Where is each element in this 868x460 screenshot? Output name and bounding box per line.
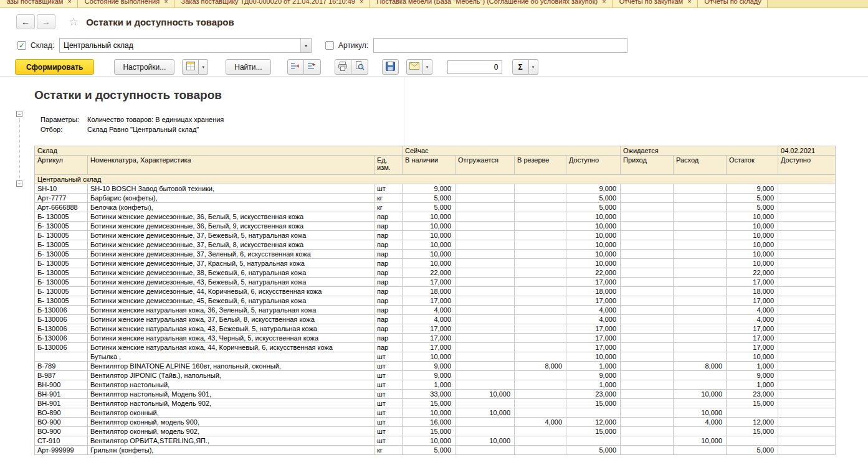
cell-value[interactable] bbox=[621, 240, 674, 250]
cell-nomenclature[interactable]: Барбарис (конфеты), bbox=[88, 194, 374, 203]
cell-value[interactable]: 1,000 bbox=[727, 380, 778, 390]
cell-value[interactable]: 5,000 bbox=[403, 446, 455, 455]
column-header[interactable]: Артикул bbox=[35, 156, 88, 175]
table-row[interactable]: Б-130006Ботинки женские натуральная кожа… bbox=[35, 315, 836, 324]
cell-artikul[interactable] bbox=[35, 352, 88, 362]
cell-value[interactable]: 5,000 bbox=[403, 203, 455, 212]
cell-value[interactable] bbox=[455, 334, 515, 343]
cell-value[interactable] bbox=[778, 203, 836, 212]
cell-value[interactable] bbox=[674, 427, 727, 436]
cell-value[interactable] bbox=[674, 278, 727, 287]
cell-value[interactable]: 16,000 bbox=[403, 418, 455, 427]
cell-value[interactable]: 4,000 bbox=[403, 306, 455, 315]
cell-value[interactable] bbox=[621, 203, 674, 212]
cell-value[interactable]: 4,000 bbox=[727, 306, 778, 315]
cell-value[interactable]: 8,000 bbox=[515, 362, 566, 371]
cell-nomenclature[interactable]: Ботинки женские демисезонные, 37, Красны… bbox=[88, 259, 374, 268]
cell-value[interactable] bbox=[515, 250, 566, 259]
cell-nomenclature[interactable]: Ботинки женские натуральная кожа, 36, Зе… bbox=[88, 306, 374, 315]
cell-value[interactable]: 4,000 bbox=[566, 306, 621, 315]
cell-value[interactable] bbox=[778, 278, 836, 287]
cell-value[interactable]: 17,000 bbox=[727, 324, 778, 334]
cell-unit[interactable]: пар bbox=[374, 324, 403, 334]
cell-value[interactable] bbox=[455, 315, 515, 324]
cell-value[interactable] bbox=[674, 240, 727, 250]
cell-value[interactable] bbox=[778, 324, 836, 334]
cell-value[interactable]: 22,000 bbox=[566, 268, 621, 278]
cell-value[interactable] bbox=[621, 362, 674, 371]
cell-value[interactable] bbox=[621, 408, 674, 418]
cell-unit[interactable]: шт bbox=[374, 380, 403, 390]
cell-value[interactable] bbox=[674, 306, 727, 315]
cell-value[interactable]: 10,000 bbox=[403, 259, 455, 268]
cell-value[interactable] bbox=[515, 222, 566, 231]
cell-value[interactable] bbox=[515, 408, 566, 418]
cell-nomenclature[interactable]: Ботинки женские демисезонные, 37, Бежевы… bbox=[88, 231, 374, 240]
column-header[interactable]: Расход bbox=[674, 156, 727, 175]
back-button[interactable]: ← bbox=[16, 14, 35, 29]
cell-artikul[interactable]: Б-130006 bbox=[35, 334, 88, 343]
cell-value[interactable]: 4,000 bbox=[515, 418, 566, 427]
cell-value[interactable]: 5,000 bbox=[566, 203, 621, 212]
cell-artikul[interactable]: Б-130006 bbox=[35, 324, 88, 334]
cell-nomenclature[interactable]: Ботинки женские демисезонные, 43, Бежевы… bbox=[88, 278, 374, 287]
generate-button[interactable]: Сформировать bbox=[15, 59, 94, 75]
tab[interactable]: Поставка мебели (База "Мебель") (Соглаше… bbox=[370, 0, 612, 8]
cell-value[interactable]: 17,000 bbox=[566, 324, 621, 334]
save-button[interactable] bbox=[382, 59, 399, 75]
report-variants-button[interactable] bbox=[182, 59, 199, 75]
cell-value[interactable]: 18,000 bbox=[403, 287, 455, 296]
cell-value[interactable] bbox=[778, 250, 836, 259]
cell-value[interactable] bbox=[621, 390, 674, 399]
cell-unit[interactable]: пар bbox=[374, 315, 403, 324]
cell-value[interactable]: 4,000 bbox=[727, 315, 778, 324]
cell-value[interactable] bbox=[674, 212, 727, 222]
table-row[interactable]: SH-10SH-10 BOSCH Завод бытовой техники,ш… bbox=[35, 184, 836, 194]
cell-value[interactable] bbox=[621, 259, 674, 268]
cell-artikul[interactable]: Б- 130005 bbox=[35, 278, 88, 287]
cell-value[interactable] bbox=[778, 222, 836, 231]
cell-unit[interactable]: пар bbox=[374, 259, 403, 268]
cell-value[interactable]: 10,000 bbox=[455, 390, 515, 399]
cell-artikul[interactable]: Арт-999999 bbox=[35, 446, 88, 455]
cell-unit[interactable]: шт bbox=[374, 399, 403, 408]
cell-value[interactable] bbox=[621, 371, 674, 380]
cell-value[interactable] bbox=[455, 212, 515, 222]
group-row-label[interactable]: Центральный склад bbox=[35, 175, 836, 184]
cell-value[interactable] bbox=[674, 268, 727, 278]
cell-unit[interactable]: шт bbox=[374, 184, 403, 194]
cell-value[interactable]: 17,000 bbox=[403, 278, 455, 287]
tab[interactable]: Отчеты по закупкам× bbox=[613, 0, 698, 8]
cell-value[interactable] bbox=[455, 399, 515, 408]
cell-value[interactable] bbox=[674, 380, 727, 390]
table-row[interactable]: Арт-999999Грильяж (конфеты),кг5,0005,000… bbox=[35, 446, 836, 455]
cell-artikul[interactable]: Б-130006 bbox=[35, 306, 88, 315]
tab[interactable]: азы поставщикам× bbox=[0, 0, 78, 8]
table-row[interactable]: В-987Вентилятор JIPONIC (Тайв.), напольн… bbox=[35, 371, 836, 380]
cell-unit[interactable]: пар bbox=[374, 334, 403, 343]
cell-value[interactable]: 10,000 bbox=[727, 222, 778, 231]
cell-value[interactable]: 10,000 bbox=[727, 259, 778, 268]
cell-nomenclature[interactable]: Вентилятор настольный, Модель 901, bbox=[88, 390, 374, 399]
cell-value[interactable]: 9,000 bbox=[727, 371, 778, 380]
cell-value[interactable] bbox=[621, 427, 674, 436]
tab-close-icon[interactable]: × bbox=[687, 0, 691, 5]
cell-value[interactable]: 9,000 bbox=[566, 184, 621, 194]
cell-unit[interactable]: пар bbox=[374, 212, 403, 222]
cell-value[interactable] bbox=[621, 184, 674, 194]
cell-value[interactable]: 10,000 bbox=[455, 408, 515, 418]
cell-value[interactable] bbox=[674, 203, 727, 212]
cell-value[interactable] bbox=[674, 352, 727, 362]
cell-unit[interactable]: пар bbox=[374, 296, 403, 306]
cell-value[interactable] bbox=[621, 324, 674, 334]
print-preview-button[interactable] bbox=[351, 59, 368, 75]
sum-field[interactable] bbox=[447, 60, 502, 74]
column-header[interactable]: Ед. изм. bbox=[374, 156, 403, 175]
cell-value[interactable] bbox=[778, 231, 836, 240]
cell-value[interactable]: 15,000 bbox=[566, 399, 621, 408]
cell-artikul[interactable]: Арт-7777 bbox=[35, 194, 88, 203]
cell-value[interactable] bbox=[621, 418, 674, 427]
cell-nomenclature[interactable]: SH-10 BOSCH Завод бытовой техники, bbox=[88, 184, 374, 194]
cell-value[interactable]: 10,000 bbox=[403, 436, 455, 446]
cell-value[interactable]: 5,000 bbox=[403, 194, 455, 203]
